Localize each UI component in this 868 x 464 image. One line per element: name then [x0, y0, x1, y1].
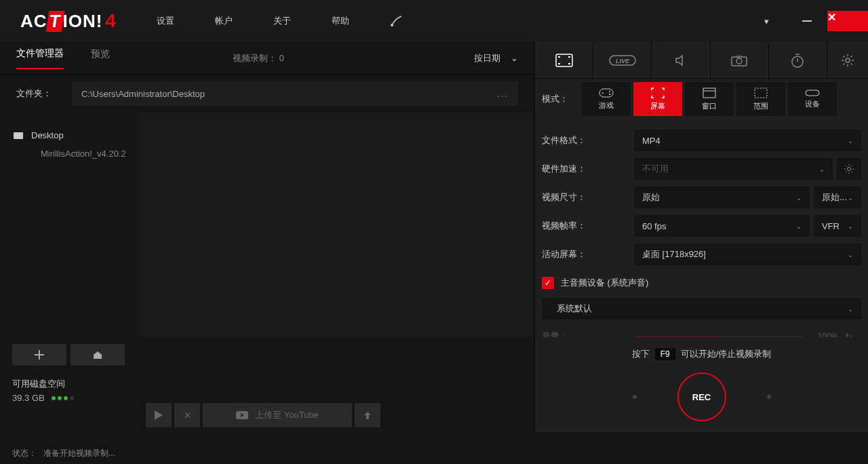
capture-type-tabs: LIVE	[535, 42, 868, 79]
brush-icon[interactable]	[390, 15, 403, 27]
svg-point-22	[848, 168, 851, 171]
hw-accel-label: 硬件加速：	[542, 163, 630, 175]
audio-device-checkbox[interactable]: ✓	[542, 277, 554, 289]
chevron-down-icon: ⌄	[819, 166, 825, 173]
window-controls: ▾ ✕	[746, 11, 868, 31]
record-hint: 按下 F9 可以开始/停止视频录制	[632, 348, 772, 360]
svg-rect-4	[558, 63, 560, 64]
mode-region[interactable]: 范围	[736, 82, 785, 116]
left-panel: 文件管理器 预览 视频录制： 0 按日期 ⌄ 文件夹： C:\Users\Adm…	[0, 42, 534, 432]
svg-rect-5	[568, 56, 570, 58]
rec-indicator-left	[633, 395, 637, 399]
audio-device-label: 主音频设备 (系统声音)	[561, 277, 648, 289]
svg-rect-1	[802, 20, 812, 22]
upload-button[interactable]	[355, 403, 380, 427]
titlebar: ACTION!4 设置 帐户 关于 帮助 ▾ ✕	[0, 0, 868, 42]
svg-point-10	[736, 58, 742, 64]
tree-item-desktop[interactable]: Desktop	[0, 126, 139, 144]
recording-count: 视频录制： 0	[233, 52, 284, 64]
svg-point-15	[602, 92, 604, 94]
active-screen-select[interactable]: 桌面 [1718x926]⌄	[634, 244, 861, 265]
mode-window[interactable]: 窗口	[685, 82, 734, 116]
video-size-select[interactable]: 原始⌄	[634, 187, 810, 208]
svg-rect-11	[736, 55, 742, 58]
chevron-down-icon: ⌄	[848, 194, 853, 201]
svg-rect-2	[556, 54, 572, 66]
svg-point-16	[609, 91, 610, 92]
minimize-button[interactable]	[787, 11, 827, 31]
home-button[interactable]	[71, 344, 125, 366]
sort-dropdown[interactable]: 按日期 ⌄	[474, 52, 518, 64]
folder-tree: Desktop MirillisAction!_v4.20.2	[0, 113, 139, 337]
chevron-down-icon: ⌄	[848, 223, 853, 230]
video-fps-2-select[interactable]: VFR⌄	[814, 215, 861, 237]
rec-indicator-right	[767, 395, 771, 399]
hotkey-badge: F9	[655, 348, 675, 360]
right-panel: LIVE 模式： 游戏	[534, 42, 868, 432]
tree-item-subfolder[interactable]: MirillisAction!_v4.20.2	[0, 144, 139, 163]
svg-rect-21	[806, 90, 819, 96]
folder-label: 文件夹：	[16, 88, 52, 100]
record-button[interactable]: REC	[677, 372, 726, 421]
main-menu: 设置 帐户 关于 帮助	[157, 15, 349, 27]
volume-slider[interactable]	[637, 336, 804, 338]
mode-screen[interactable]: 屏幕	[633, 82, 682, 116]
video-fps-label: 视频帧率：	[542, 220, 630, 232]
chevron-down-icon: ⌄	[848, 251, 853, 258]
chevron-down-icon: ⌄	[848, 305, 853, 313]
svg-rect-3	[558, 56, 560, 58]
folder-icon	[14, 132, 23, 139]
tab-timer[interactable]	[769, 42, 827, 78]
folder-path-input[interactable]: C:\Users\Administrator\Desktop ...	[72, 81, 518, 106]
menu-settings[interactable]: 设置	[157, 15, 174, 27]
disk-space-label: 可用磁盘空间	[12, 378, 522, 390]
mode-game[interactable]: 游戏	[582, 82, 631, 116]
disk-space-value: 39.3 GB	[12, 393, 522, 403]
svg-rect-6	[568, 63, 570, 64]
menu-about[interactable]: 关于	[273, 15, 291, 27]
chevron-down-icon: ⌄	[848, 137, 853, 144]
preview-area	[139, 113, 533, 337]
close-button[interactable]: ✕	[827, 11, 868, 31]
tab-live[interactable]: LIVE	[593, 42, 652, 78]
tab-video[interactable]	[535, 42, 593, 78]
volume-value: 100%	[811, 332, 838, 337]
chevron-down-icon: ⌄	[511, 53, 518, 63]
tab-preview[interactable]: 预览	[91, 48, 110, 69]
file-format-select[interactable]: MP4⌄	[634, 130, 861, 151]
mode-device[interactable]: 设备	[788, 82, 837, 116]
video-fps-select[interactable]: 60 fps⌄	[634, 215, 810, 237]
audio-device-select[interactable]: 系统默认⌄	[542, 298, 861, 320]
hw-accel-select: 不可用⌄	[634, 158, 833, 180]
hw-accel-settings-button[interactable]	[837, 158, 861, 180]
upload-youtube-button[interactable]: 上传至 YouTube	[203, 403, 352, 427]
play-button[interactable]	[146, 403, 172, 427]
tab-file-manager[interactable]: 文件管理器	[16, 47, 64, 69]
tab-screenshot[interactable]	[711, 42, 769, 78]
menu-help[interactable]: 帮助	[332, 15, 349, 27]
menu-account[interactable]: 帐户	[215, 15, 233, 27]
chevron-down-icon: ⌄	[796, 194, 802, 201]
volume-reset-button[interactable]: ↻	[845, 332, 861, 338]
tab-settings[interactable]	[827, 42, 868, 78]
svg-rect-18	[703, 88, 715, 98]
chevron-down-icon: ⌄	[796, 223, 802, 230]
active-screen-label: 活动屏幕：	[542, 248, 630, 260]
app-logo: ACTION!4	[20, 10, 116, 32]
mode-label: 模式：	[542, 93, 568, 105]
svg-point-13	[846, 58, 850, 62]
pin-button[interactable]: ▾	[746, 11, 787, 31]
file-format-label: 文件格式：	[542, 134, 630, 147]
browse-folder-button[interactable]: ...	[497, 89, 509, 99]
video-size-label: 视频尺寸：	[542, 191, 630, 204]
status-bar: 状态： 准备开始视频录制...	[12, 448, 115, 459]
delete-button[interactable]: ✕	[174, 403, 200, 427]
svg-rect-14	[599, 89, 613, 97]
add-button[interactable]	[12, 344, 66, 366]
tab-audio[interactable]	[652, 42, 710, 78]
svg-rect-20	[755, 88, 767, 98]
svg-text:LIVE: LIVE	[616, 58, 630, 64]
volume-label: 音量：	[542, 330, 630, 337]
svg-point-0	[391, 24, 393, 26]
video-size-2-select[interactable]: 原始...⌄	[814, 187, 861, 208]
